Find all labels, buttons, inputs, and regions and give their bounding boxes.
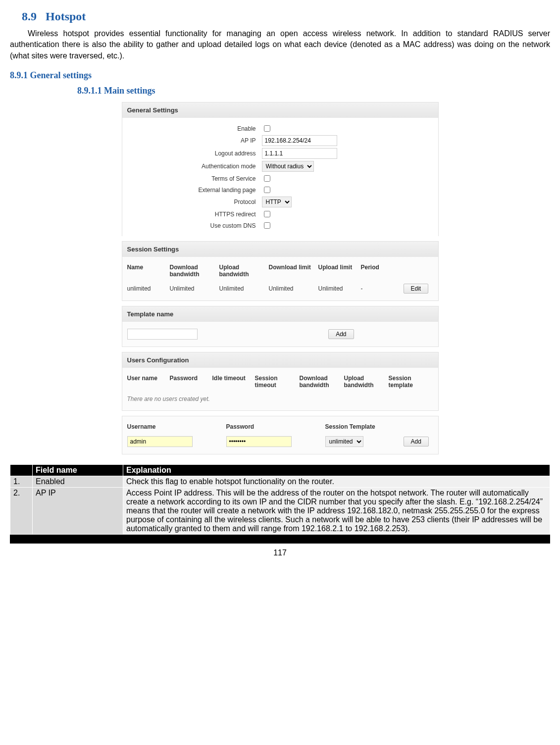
general-settings-header: General Settings <box>122 102 439 118</box>
auth-select[interactable]: Without radius <box>262 161 314 172</box>
cell-period: - <box>361 285 404 292</box>
col-period: Period <box>361 264 404 278</box>
add-user-head: Username Password Session Template <box>127 420 433 433</box>
row-field: AP IP <box>33 488 123 535</box>
heading-number: 8.9 <box>22 10 37 23</box>
table-row: 1. Enabled Check this flag to enable hot… <box>10 476 550 488</box>
footer-black-bar <box>10 535 550 544</box>
apip-label: AP IP <box>127 137 262 144</box>
dns-label: Use custom DNS <box>127 222 262 229</box>
col-ulbw: Upload bandwidth <box>219 264 269 278</box>
session-table-head: Name Download bandwidth Upload bandwidth… <box>127 261 433 281</box>
cell-name: unlimited <box>127 285 170 292</box>
add-user-row: unlimited Add <box>127 433 433 450</box>
page-number: 117 <box>10 548 550 557</box>
ucol-un: User name <box>127 375 170 389</box>
enable-checkbox[interactable] <box>264 125 270 132</box>
intro-paragraph: Wireless hotspot provides essential func… <box>10 28 550 61</box>
table-row: 2. AP IP Access Point IP address. This w… <box>10 488 550 535</box>
row-field: Enabled <box>33 476 123 488</box>
users-config-header: Users Configuration <box>122 352 439 368</box>
session-table-row: unlimited Unlimited Unlimited Unlimited … <box>127 281 433 297</box>
logout-input[interactable] <box>262 148 337 159</box>
session-settings-header: Session Settings <box>122 241 439 257</box>
add-template-select[interactable]: unlimited <box>325 436 363 447</box>
cell-ull: Unlimited <box>318 285 361 292</box>
add-user-button[interactable]: Add <box>404 437 429 447</box>
acol-un: Username <box>127 423 226 430</box>
apip-input[interactable] <box>262 135 337 146</box>
users-table-head: User name Password Idle timeout Session … <box>127 372 433 392</box>
cell-dlbw: Unlimited <box>170 285 219 292</box>
row-num: 2. <box>10 488 33 535</box>
thead-field: Field name <box>33 465 123 476</box>
add-password-input[interactable] <box>226 436 292 447</box>
row-text: Access Point IP address. This will be th… <box>123 488 550 535</box>
add-username-input[interactable] <box>127 436 193 447</box>
proto-select[interactable]: HTTP <box>262 197 292 207</box>
router-ui-panel: General Settings Enable AP IP Logout add… <box>122 102 439 454</box>
heading-8-9-1: 8.9.1 General settings <box>10 70 550 81</box>
https-label: HTTPS redirect <box>127 211 262 218</box>
heading-text: Hotspot <box>46 10 86 23</box>
acol-pw: Password <box>226 423 325 430</box>
template-add-button[interactable]: Add <box>328 329 354 339</box>
row-num: 1. <box>10 476 33 488</box>
col-name: Name <box>127 264 170 278</box>
users-empty-note: There are no users created yet. <box>127 392 433 406</box>
proto-label: Protocol <box>127 199 262 205</box>
col-dlbw: Download bandwidth <box>170 264 219 278</box>
enable-label: Enable <box>127 125 262 132</box>
ucol-idle: Idle timeout <box>212 375 255 389</box>
ext-checkbox[interactable] <box>264 187 270 193</box>
auth-label: Authentication mode <box>127 163 262 170</box>
tos-checkbox[interactable] <box>264 175 270 182</box>
logout-label: Logout address <box>127 150 262 157</box>
heading-8-9: 8.9Hotspot <box>22 10 550 23</box>
https-checkbox[interactable] <box>264 211 270 217</box>
acol-tmpl: Session Template <box>325 423 404 430</box>
col-ull: Upload limit <box>318 264 361 278</box>
dns-checkbox[interactable] <box>264 222 270 229</box>
ucol-dlbw: Download bandwidth <box>300 375 344 389</box>
heading-8-9-1-1: 8.9.1.1 Main settings <box>77 86 550 96</box>
thead-num <box>10 465 33 476</box>
ucol-ulbw: Upload bandwidth <box>344 375 389 389</box>
template-name-input[interactable] <box>127 329 198 340</box>
tos-label: Terms of Service <box>127 175 262 182</box>
thead-expl: Explanation <box>123 465 550 476</box>
cell-ulbw: Unlimited <box>219 285 269 292</box>
ucol-sess: Session timeout <box>255 375 300 389</box>
template-name-header: Template name <box>122 306 439 322</box>
col-dll: Download limit <box>269 264 318 278</box>
explanation-table: Field name Explanation 1. Enabled Check … <box>10 464 550 535</box>
ext-label: External landing page <box>127 187 262 194</box>
edit-button[interactable]: Edit <box>404 284 429 294</box>
ucol-pw: Password <box>170 375 212 389</box>
ucol-tmpl: Session template <box>389 375 433 389</box>
cell-dll: Unlimited <box>269 285 318 292</box>
row-text: Check this flag to enable hotspot functi… <box>123 476 550 488</box>
